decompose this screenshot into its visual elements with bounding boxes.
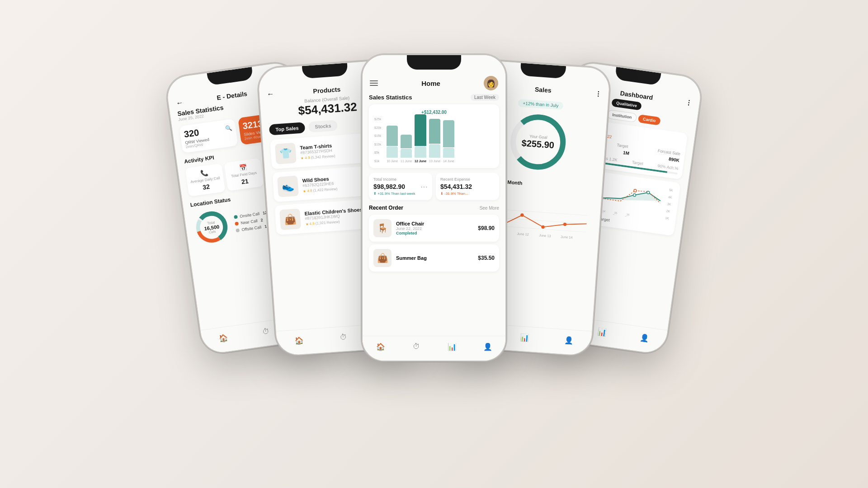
p3-y-axis: $25k $20k $15k $10k $5k $1k [374, 117, 381, 163]
phone5-title: Dashboard [620, 89, 654, 101]
phone3-header: Home 👩 [363, 73, 505, 94]
p5-filter-cardio[interactable]: Cardio [638, 114, 661, 126]
p1-nav-home[interactable]: 🏠 [218, 332, 229, 343]
p3-bar5-top [443, 120, 454, 147]
p4-goal-value: $255.90 [521, 138, 555, 150]
p3-order-2-img: 👜 [373, 249, 392, 267]
p4-nav-chart[interactable]: 📊 [519, 332, 529, 343]
p3-y5: $5k [374, 151, 381, 154]
p3-last-week[interactable]: Last Week [471, 94, 499, 101]
svg-point-9 [520, 213, 524, 217]
phone3-title: Home [421, 80, 440, 87]
p3-bar1-bot [387, 146, 398, 158]
p4-nav-user[interactable]: 👤 [564, 335, 574, 345]
p3-order-header: Recent Order See More [369, 205, 499, 211]
p5-nav-chart[interactable]: 📊 [596, 326, 608, 338]
svg-point-11 [563, 223, 567, 226]
p3-chart-label: +$12,432.00 [374, 110, 494, 115]
dots-icon[interactable]: ⋯ [420, 183, 428, 191]
p3-bar-3: 12 June [415, 114, 426, 163]
p3-order-1-name: Office Chair [396, 221, 424, 226]
p4-options-icon[interactable]: ⋮ [594, 90, 601, 98]
hamburger-icon[interactable] [370, 80, 378, 86]
p2-back-icon[interactable]: ← [266, 90, 274, 99]
p3-bar3-bot [415, 146, 426, 158]
p3-avatar[interactable]: 👩 [484, 76, 498, 90]
phone4-title: Sales [534, 86, 552, 94]
svg-text:5K: 5K [669, 188, 674, 192]
p3-recent-title: Recent Order [369, 205, 403, 211]
p3-bar4-top [429, 119, 440, 144]
p3-order-2-name: Summer Bag [396, 255, 427, 261]
p3-nav-chart[interactable]: 📊 [447, 342, 457, 352]
p3-nav-home[interactable]: 🏠 [376, 342, 386, 352]
phones-container: ← E - Details Sales Statistics June 25, … [118, 41, 750, 447]
p3-bar2-bot [401, 149, 412, 158]
phone2-title: Products [313, 85, 341, 94]
p5-target-header: Target [617, 143, 628, 149]
p3-bar4-bot [429, 144, 440, 158]
p2-product-2-info: Wild Shoes #63782QJ23HE6 ★ 4.8 (1,422 Re… [302, 174, 365, 193]
p2-product-3-info: Elastic Children's Shoes #8718391JHK1WQ … [304, 206, 367, 226]
p3-nav-timer[interactable]: ⏱ [411, 342, 421, 352]
p3-order-1[interactable]: 🪑 Office Chair June 22, 2022 Completed $… [369, 215, 499, 242]
svg-text:2K: 2K [666, 209, 670, 213]
p3-nav-user[interactable]: 👤 [483, 342, 493, 352]
svg-text:Sun: Sun [625, 216, 630, 219]
p2-nav-timer[interactable]: ⏱ [338, 332, 349, 343]
p3-y6: $1k [374, 160, 381, 163]
p3-date4: 13 June [429, 160, 440, 163]
p3-income-amount: $98,982.90 [373, 183, 405, 190]
phone1-title: E - Details [216, 90, 247, 101]
p3-date2: 11 June [401, 160, 412, 163]
p3-y2: $20k [374, 126, 381, 129]
p3-bar-1: 10 June [387, 126, 398, 163]
p1-kpi-daily-call: 📞 Average Daily Call 32 [185, 163, 225, 196]
p3-order-2-price: $35.50 [478, 255, 495, 261]
svg-text:4K: 4K [668, 195, 673, 199]
svg-point-24 [634, 189, 637, 192]
p3-order-2[interactable]: 👜 Summer Bag $35.50 [369, 244, 499, 272]
svg-text:3K: 3K [667, 202, 672, 206]
p3-order-1-date: June 22, 2022 [396, 226, 424, 231]
svg-text:June 13: June 13 [539, 233, 551, 238]
svg-point-10 [541, 225, 545, 229]
p3-income-expense: Total Income $98,982.90 ⋯ ⬆ +31.9% Than … [369, 173, 499, 200]
p5-options-icon[interactable]: ⋮ [685, 99, 693, 107]
p3-expense-change: ⬇ -31.9% Than... [440, 192, 495, 196]
p5-filter-institution[interactable]: Institution [607, 109, 637, 122]
p3-y4: $10k [374, 143, 381, 146]
p3-bar2-top [401, 135, 412, 148]
p3-bar-4: 13 June [429, 119, 440, 163]
p3-date5: 14 June [443, 160, 454, 163]
p3-see-more[interactable]: See More [480, 206, 499, 211]
p2-tab-stocks[interactable]: Stocks [308, 120, 338, 132]
back-icon[interactable]: ← [175, 99, 184, 108]
svg-point-22 [633, 193, 636, 197]
p2-tab-topsales[interactable]: Top Sales [269, 122, 306, 135]
p1-nav-timer[interactable]: ⏱ [260, 326, 272, 338]
svg-text:Sat: Sat [613, 214, 617, 217]
offsite-dot [236, 228, 240, 232]
svg-point-23 [647, 191, 650, 194]
search-icon[interactable]: 🔍 [225, 125, 232, 132]
p3-y1: $25k [374, 117, 381, 121]
p3-date1: 10 June [387, 160, 398, 163]
phone3-screen: Home 👩 Sales Statistics Last Week +$12,4… [363, 55, 505, 361]
p2-nav-home[interactable]: 🏠 [294, 335, 304, 345]
p3-expense-amount: $54,431.32 [440, 183, 495, 190]
p1-offsite-label: Offsite Call [241, 225, 262, 232]
phone3-bottom-nav: 🏠 ⏱ 📊 👤 [363, 336, 505, 361]
p5-target-p-label: Target [632, 160, 643, 166]
p3-order-1-price: $98.90 [478, 225, 495, 231]
p3-expense-card: Recent Expense $54,431.32 ⬇ -31.9% Than.… [436, 173, 499, 200]
p2-product-2-img: 👟 [277, 176, 299, 197]
p1-kpi-field-days: 📅 Total Field Days 21 [224, 158, 264, 191]
p3-bar-2: 11 June [401, 135, 412, 163]
svg-text:June 14: June 14 [561, 235, 573, 239]
p5-nav-user[interactable]: 👤 [639, 332, 650, 343]
p3-bar-5: 14 June [443, 120, 454, 163]
p5-target-value: 1M [623, 150, 629, 156]
p3-order-1-info: Office Chair June 22, 2022 Completed [396, 221, 424, 235]
phone3-notch [407, 55, 461, 70]
